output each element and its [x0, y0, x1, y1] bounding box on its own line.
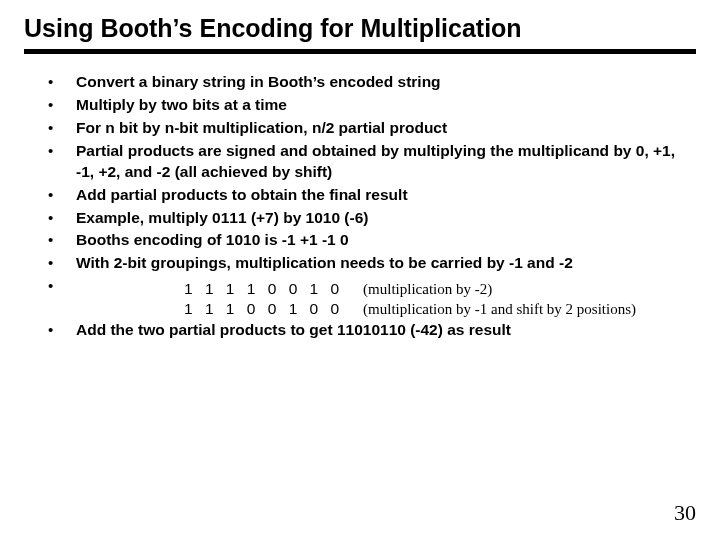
worked-row: 1 1 1 1 0 0 1 0 (multiplication by -2): [184, 280, 696, 298]
slide-title: Using Booth’s Encoding for Multiplicatio…: [24, 14, 696, 43]
bits-value: 1 1 1 0 0 1 0 0: [184, 300, 343, 318]
bullet-list: Convert a binary string in Booth’s encod…: [24, 72, 696, 274]
page-number: 30: [674, 500, 696, 526]
worked-row: 1 1 1 0 0 1 0 0 (multiplication by -1 an…: [184, 300, 696, 318]
bits-note: (multiplication by -2): [363, 281, 492, 298]
bits-note: (multiplication by -1 and shift by 2 pos…: [363, 301, 636, 318]
final-bullet-list: Add the two partial products to get 1101…: [24, 320, 696, 341]
bullet-item: Convert a binary string in Booth’s encod…: [48, 72, 696, 93]
bullet-item: For n bit by n-bit multiplication, n/2 p…: [48, 118, 696, 139]
bullet-item: With 2-bit groupings, multiplication nee…: [48, 253, 696, 274]
title-rule: [24, 49, 696, 54]
bullet-item: Add the two partial products to get 1101…: [48, 320, 696, 341]
bullet-item: Booths encoding of 1010 is -1 +1 -1 0: [48, 230, 696, 251]
slide: Using Booth’s Encoding for Multiplicatio…: [0, 0, 720, 540]
worked-example: 1 1 1 1 0 0 1 0 (multiplication by -2) 1…: [24, 280, 696, 318]
bullet-item: Partial products are signed and obtained…: [48, 141, 696, 183]
bullet-item: Add partial products to obtain the final…: [48, 185, 696, 206]
bullet-item: Multiply by two bits at a time: [48, 95, 696, 116]
bullet-item: Example, multiply 0111 (+7) by 1010 (-6): [48, 208, 696, 229]
bits-value: 1 1 1 1 0 0 1 0: [184, 280, 343, 298]
